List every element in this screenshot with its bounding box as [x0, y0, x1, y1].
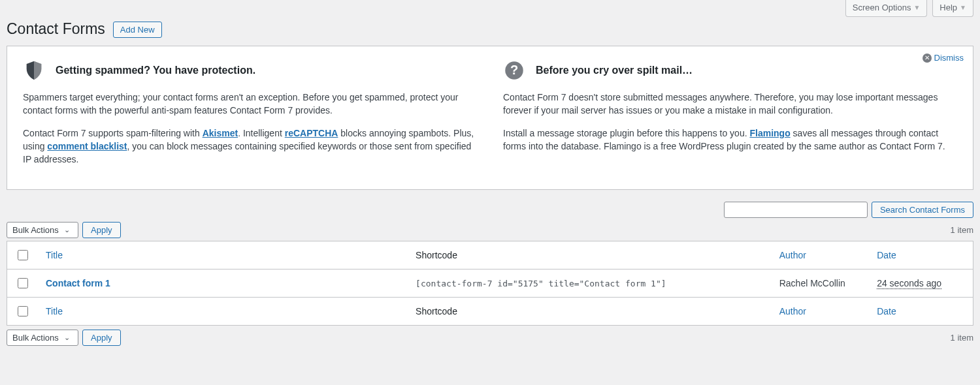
column-title-sort[interactable]: Title: [46, 306, 63, 316]
column-shortcode: Shortcode: [408, 241, 772, 270]
panel-text: Spammers target everything; your contact…: [23, 91, 477, 117]
select-all-checkbox[interactable]: [18, 250, 28, 260]
table-row: Contact form 1 [contact-form-7 id="5175"…: [7, 270, 973, 298]
author-text: Rachel McCollin: [772, 270, 869, 298]
row-checkbox[interactable]: [18, 278, 28, 288]
bulk-actions-select-bottom[interactable]: Bulk Actions ⌄: [7, 330, 78, 346]
items-count-bottom: 1 item: [951, 333, 973, 343]
comment-blacklist-link[interactable]: comment blacklist: [47, 141, 127, 151]
column-shortcode: Shortcode: [408, 298, 772, 326]
close-icon: ✕: [923, 54, 932, 63]
screen-options-label: Screen Options: [853, 3, 911, 12]
items-count: 1 item: [951, 225, 973, 235]
page-title: Contact Forms: [7, 17, 105, 38]
chevron-down-icon: ⌄: [64, 226, 70, 234]
panel-heading-spam: Getting spammed? You have protection.: [56, 65, 255, 76]
bulk-actions-select[interactable]: Bulk Actions ⌄: [7, 222, 78, 238]
form-title-link[interactable]: Contact form 1: [46, 278, 110, 288]
screen-options-button[interactable]: Screen Options ▼: [845, 0, 928, 17]
chevron-down-icon: ▼: [913, 4, 920, 11]
dismiss-label: Dismiss: [934, 53, 964, 63]
akismet-link[interactable]: Akismet: [203, 128, 238, 138]
chevron-down-icon: ▼: [960, 4, 966, 11]
shield-icon: [23, 59, 45, 82]
date-text: 24 seconds ago: [877, 278, 941, 288]
help-button[interactable]: Help ▼: [932, 0, 973, 17]
add-new-button[interactable]: Add New: [113, 22, 162, 38]
dismiss-button[interactable]: ✕ Dismiss: [923, 53, 964, 63]
panel-text: Install a message storage plugin before …: [503, 127, 957, 153]
panel-text: Contact Form 7 supports spam-filtering w…: [23, 127, 477, 166]
search-input[interactable]: [724, 202, 868, 218]
bulk-actions-label: Bulk Actions: [12, 225, 59, 235]
help-label: Help: [939, 3, 957, 12]
column-date-sort[interactable]: Date: [877, 306, 896, 316]
apply-button[interactable]: Apply: [82, 222, 121, 238]
contact-forms-table: Title Shortcode Author Date Contact form…: [7, 241, 973, 326]
search-button[interactable]: Search Contact Forms: [872, 202, 973, 218]
question-icon: ?: [503, 59, 525, 82]
bulk-actions-label: Bulk Actions: [12, 333, 59, 343]
shortcode-text: [contact-form-7 id="5175" title="Contact…: [416, 279, 666, 288]
apply-button-bottom[interactable]: Apply: [82, 330, 121, 346]
welcome-panel: ✕ Dismiss Getting spammed? You have prot…: [7, 46, 973, 190]
column-title-sort[interactable]: Title: [46, 250, 63, 260]
flamingo-link[interactable]: Flamingo: [749, 128, 790, 138]
recaptcha-link[interactable]: reCAPTCHA: [285, 128, 338, 138]
select-all-checkbox-bottom[interactable]: [18, 306, 28, 316]
column-author-sort[interactable]: Author: [779, 306, 806, 316]
svg-text:?: ?: [510, 63, 518, 77]
panel-heading-mail: Before you cry over spilt mail…: [536, 65, 693, 76]
panel-text: Contact Form 7 doesn't store submitted m…: [503, 91, 957, 117]
chevron-down-icon: ⌄: [64, 333, 70, 342]
column-date-sort[interactable]: Date: [877, 250, 896, 260]
column-author-sort[interactable]: Author: [779, 250, 806, 260]
